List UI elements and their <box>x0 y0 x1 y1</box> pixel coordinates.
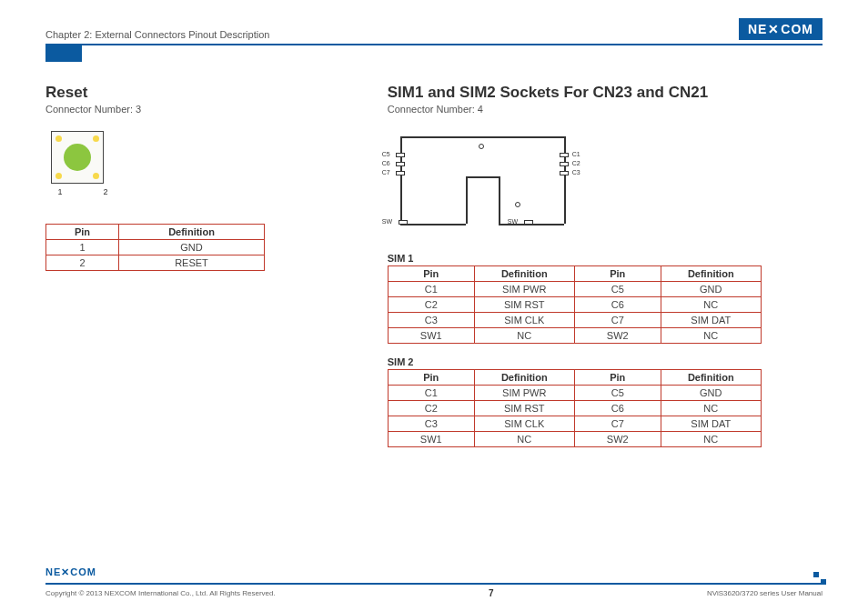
reset-diagram <box>51 131 104 184</box>
sim-pad-icon <box>396 171 405 175</box>
header-accent-tab <box>45 45 82 62</box>
reset-subtitle: Connector Number: 3 <box>45 104 369 115</box>
page-number: 7 <box>489 588 494 598</box>
sim-pin-label: C2 <box>572 160 580 166</box>
sim-pad-icon <box>560 162 569 166</box>
table-row: 1 GND <box>46 240 265 255</box>
table-row: C3SIM CLKC7SIM DAT <box>388 416 761 432</box>
reset-corner-icon <box>56 135 62 142</box>
sim-title: SIM1 and SIM2 Sockets For CN23 and CN21 <box>388 84 823 102</box>
sim-pin-label: C7 <box>382 169 390 175</box>
footer-brand-logo: NE✕COM <box>45 566 96 578</box>
sim-hole-icon <box>479 144 484 149</box>
logo-x-icon: ✕ <box>768 22 780 36</box>
reset-pin2-label: 2 <box>96 187 115 196</box>
sim-pad-icon <box>560 171 569 175</box>
sim-pad-icon <box>399 220 408 225</box>
sim-pin-label: C6 <box>382 160 390 166</box>
page-footer: NE✕COM Copyright © 2013 NEXCOM Internati… <box>45 583 823 598</box>
reset-corner-icon <box>93 173 99 179</box>
table-row: C3SIM CLKC7SIM DAT <box>388 313 761 328</box>
sim-subtitle: Connector Number: 4 <box>388 104 823 115</box>
sim-pad-icon <box>524 220 533 225</box>
table-row: C2SIM RSTC6NC <box>388 401 761 416</box>
sim-pad-icon <box>396 153 405 157</box>
sim2-table-title: SIM 2 <box>388 356 823 367</box>
page-header: Chapter 2: External Connectors Pinout De… <box>45 18 823 45</box>
brand-logo: NE✕COM <box>739 18 823 40</box>
table-row: 2 RESET <box>46 255 265 271</box>
table-header: Pin <box>46 225 119 240</box>
sim-pin-label: C5 <box>382 151 390 157</box>
table-row: SW1NCSW2NC <box>388 432 761 447</box>
sim-pad-icon <box>560 153 569 157</box>
sim-pin-label: C1 <box>572 151 580 157</box>
chapter-title: Chapter 2: External Connectors Pinout De… <box>45 29 269 40</box>
table-row: C1SIM PWRC5GND <box>388 282 761 297</box>
sim-hole-icon <box>515 202 520 207</box>
reset-pinout-table: Pin Definition 1 GND 2 RESET <box>45 224 265 271</box>
sim-pin-label: C3 <box>572 169 580 175</box>
reset-title: Reset <box>45 84 369 102</box>
sim-pad-icon <box>396 162 405 166</box>
sim-section: SIM1 and SIM2 Sockets For CN23 and CN21 … <box>388 84 823 460</box>
footer-copyright: Copyright © 2013 NEXCOM International Co… <box>45 589 276 597</box>
sim1-pinout-table: Pin Definition Pin Definition C1SIM PWRC… <box>388 265 762 344</box>
reset-pin-labels: 1 2 <box>51 187 115 196</box>
sim-sw-label: SW <box>382 218 392 225</box>
reset-pin1-label: 1 <box>51 187 69 196</box>
sim-socket-diagram: C5 C6 C7 C1 C2 C3 SW SW <box>388 131 579 240</box>
sim2-pinout-table: Pin Definition Pin Definition C1SIM PWRC… <box>388 369 762 447</box>
reset-corner-icon <box>56 173 62 179</box>
table-row: SW1NCSW2NC <box>388 328 761 344</box>
reset-button-icon <box>64 144 91 171</box>
table-header: Definition <box>119 225 265 240</box>
reset-section: Reset Connector Number: 3 1 2 Pin Defini… <box>45 84 388 460</box>
footer-doc-name: NViS3620/3720 series User Manual <box>707 589 823 597</box>
table-row: C1SIM PWRC5GND <box>388 386 761 401</box>
table-row: C2SIM RSTC6NC <box>388 297 761 313</box>
reset-corner-icon <box>93 135 99 142</box>
main-content: Reset Connector Number: 3 1 2 Pin Defini… <box>45 84 823 460</box>
logo-x-icon: ✕ <box>61 566 70 577</box>
sim1-table-title: SIM 1 <box>388 253 823 264</box>
sim-sw-label: SW <box>508 218 518 225</box>
